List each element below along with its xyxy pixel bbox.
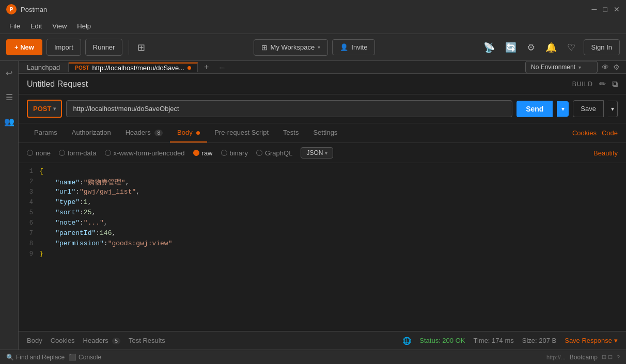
env-settings-icon[interactable]: ⚙ bbox=[613, 63, 620, 71]
tab-launchpad[interactable]: Launchpad bbox=[19, 62, 69, 72]
code-line-4: 4 "type":1, bbox=[19, 198, 626, 209]
bottom-tab-cookies[interactable]: Cookies bbox=[51, 337, 75, 344]
line-num-6: 6 bbox=[19, 219, 39, 227]
code-line-9: 9 } bbox=[19, 250, 626, 260]
tab-tests[interactable]: Tests bbox=[276, 123, 306, 143]
app-icon: P bbox=[6, 4, 17, 14]
tab-pre-request[interactable]: Pre-request Script bbox=[207, 123, 276, 143]
invite-button[interactable]: 👤 Invite bbox=[332, 39, 375, 55]
radio-raw-dot bbox=[193, 150, 199, 156]
signin-button[interactable]: Sign In bbox=[584, 39, 620, 55]
globe-icon: 🌐 bbox=[402, 337, 411, 345]
settings-icon[interactable]: ⚙ bbox=[525, 40, 537, 55]
tab-params[interactable]: Params bbox=[27, 123, 65, 143]
sidebar-collections[interactable]: ☰ bbox=[3, 89, 16, 105]
close-button[interactable]: ✕ bbox=[614, 5, 620, 13]
bottom-tab-headers[interactable]: Headers 5 bbox=[83, 337, 120, 344]
tab-headers[interactable]: Headers 8 bbox=[118, 123, 170, 143]
send-button[interactable]: Send bbox=[517, 101, 553, 117]
code-link[interactable]: Code bbox=[602, 129, 618, 137]
status-url: http://... bbox=[546, 354, 566, 360]
code-line-7: 7 "parentId":146, bbox=[19, 229, 626, 240]
line-num-8: 8 bbox=[19, 240, 39, 247]
bootcamp-button[interactable]: Bootcamp bbox=[570, 354, 598, 361]
content-area: Launchpad POST http://localhost/menu/doS… bbox=[19, 61, 626, 350]
json-type-label: JSON bbox=[306, 149, 323, 156]
sidebar-history[interactable]: ↩ bbox=[3, 65, 15, 81]
send-dropdown[interactable]: ▾ bbox=[557, 101, 569, 117]
console-icon: ⬛ bbox=[69, 354, 76, 361]
workspace-center: ⊞ My Workspace ▾ 👤 Invite bbox=[151, 39, 477, 56]
radio-none-dot bbox=[27, 150, 33, 156]
import-button[interactable]: Import bbox=[46, 39, 81, 56]
request-tabs: Params Authorization Headers 8 Body Pre-… bbox=[19, 123, 626, 143]
tab-more-button[interactable]: ··· bbox=[215, 62, 229, 72]
console-button[interactable]: ⬛ Console bbox=[69, 354, 101, 361]
build-button[interactable]: BUILD bbox=[572, 81, 593, 88]
radio-graphql[interactable]: GraphQL bbox=[256, 149, 292, 157]
save-dropdown[interactable]: ▾ bbox=[608, 101, 618, 117]
tab-method-badge: POST bbox=[75, 65, 89, 71]
menu-edit[interactable]: Edit bbox=[25, 20, 47, 32]
menu-help[interactable]: Help bbox=[72, 20, 96, 32]
find-replace-button[interactable]: 🔍 Find and Replace bbox=[6, 354, 65, 361]
json-type-dropdown[interactable]: JSON ▾ bbox=[301, 147, 333, 159]
satellite-icon[interactable]: 📡 bbox=[481, 40, 497, 55]
menu-bar: File Edit View Help bbox=[0, 19, 626, 34]
tab-body[interactable]: Body bbox=[170, 123, 207, 143]
body-options: none form-data x-www-form-urlencoded raw… bbox=[19, 143, 626, 163]
environment-chevron: ▾ bbox=[578, 65, 581, 70]
layout-icon[interactable]: ⊞ bbox=[135, 40, 147, 55]
bell-icon[interactable]: 🔔 bbox=[543, 40, 559, 55]
runner-button[interactable]: Runner bbox=[85, 39, 123, 56]
find-replace-label: Find and Replace bbox=[16, 354, 65, 361]
radio-form-data[interactable]: form-data bbox=[59, 149, 97, 157]
bottom-headers-badge: 5 bbox=[112, 338, 120, 344]
response-time: Time: 174 ms bbox=[473, 337, 513, 344]
sidebar-users[interactable]: 👥 bbox=[1, 114, 18, 130]
edit-icon[interactable]: ✏ bbox=[599, 79, 606, 89]
save-response-button[interactable]: Save Response ▾ bbox=[565, 337, 618, 344]
bottom-right: 🌐 Status: 200 OK Time: 174 ms Size: 207 … bbox=[402, 337, 618, 345]
cookies-link[interactable]: Cookies bbox=[572, 129, 597, 137]
radio-binary[interactable]: binary bbox=[221, 149, 248, 157]
method-chevron: ▾ bbox=[53, 106, 56, 112]
maximize-button[interactable]: □ bbox=[603, 5, 607, 13]
radio-urlencoded[interactable]: x-www-form-urlencoded bbox=[105, 149, 185, 157]
status-help-icon[interactable]: ? bbox=[617, 354, 620, 360]
environment-select[interactable]: No Environment ▾ bbox=[525, 61, 598, 73]
bottom-tab-test-results[interactable]: Test Results bbox=[129, 337, 165, 344]
url-input[interactable] bbox=[66, 100, 512, 117]
bottom-tab-body[interactable]: Body bbox=[27, 337, 42, 344]
tab-active[interactable]: POST http://localhost/menu/doSave... bbox=[69, 62, 198, 72]
line-num-9: 9 bbox=[19, 250, 39, 258]
toolbar: + New Import Runner ⊞ ⊞ My Workspace ▾ 👤… bbox=[0, 34, 626, 61]
request-actions: BUILD ✏ ⧉ bbox=[572, 79, 618, 89]
sidebar: ↩ ☰ 👥 bbox=[0, 61, 19, 350]
workspace-button[interactable]: ⊞ My Workspace ▾ bbox=[254, 39, 328, 56]
save-button[interactable]: Save bbox=[573, 100, 604, 117]
tab-authorization[interactable]: Authorization bbox=[65, 123, 118, 143]
copy-icon[interactable]: ⧉ bbox=[612, 80, 618, 89]
radio-urlencoded-label: x-www-form-urlencoded bbox=[114, 149, 185, 157]
line-num-4: 4 bbox=[19, 198, 39, 206]
radio-raw[interactable]: raw bbox=[193, 149, 213, 157]
tab-add-button[interactable]: + bbox=[198, 62, 215, 72]
code-line-5: 5 "sort":25, bbox=[19, 209, 626, 219]
heart-icon[interactable]: ♡ bbox=[565, 40, 577, 55]
new-button[interactable]: + New bbox=[6, 39, 42, 55]
eye-icon[interactable]: 👁 bbox=[602, 63, 609, 71]
body-dot bbox=[196, 131, 200, 135]
menu-view[interactable]: View bbox=[47, 20, 72, 32]
tab-settings[interactable]: Settings bbox=[306, 123, 345, 143]
beautify-button[interactable]: Beautify bbox=[593, 149, 618, 157]
code-editor[interactable]: 1 { 2 "name":"购物券管理", 3 "url":"gwj/gwj_l… bbox=[19, 163, 626, 331]
radio-none[interactable]: none bbox=[27, 149, 51, 157]
search-icon: 🔍 bbox=[6, 354, 14, 361]
minimize-button[interactable]: ─ bbox=[592, 5, 597, 13]
environment-bar: No Environment ▾ 👁 ⚙ bbox=[525, 61, 626, 73]
sync-icon[interactable]: 🔄 bbox=[503, 40, 519, 55]
menu-file[interactable]: File bbox=[4, 20, 25, 32]
method-dropdown[interactable]: POST ▾ bbox=[27, 100, 62, 118]
save-response-chevron: ▾ bbox=[614, 337, 618, 344]
